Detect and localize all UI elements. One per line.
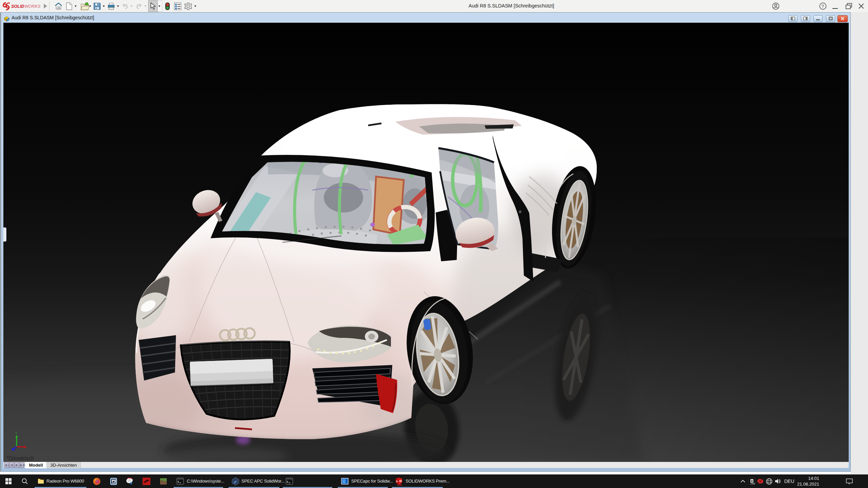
svg-text:?: ? [822, 4, 824, 9]
svg-text:Y: Y [15, 431, 17, 435]
svg-text:S: S [396, 480, 398, 483]
svg-text:SOLID: SOLID [11, 4, 24, 9]
svg-text:2021: 2021 [397, 484, 402, 486]
svg-text:WORKS: WORKS [24, 4, 41, 9]
svg-text:W: W [399, 480, 402, 483]
svg-text:GAMES: GAMES [751, 483, 755, 485]
